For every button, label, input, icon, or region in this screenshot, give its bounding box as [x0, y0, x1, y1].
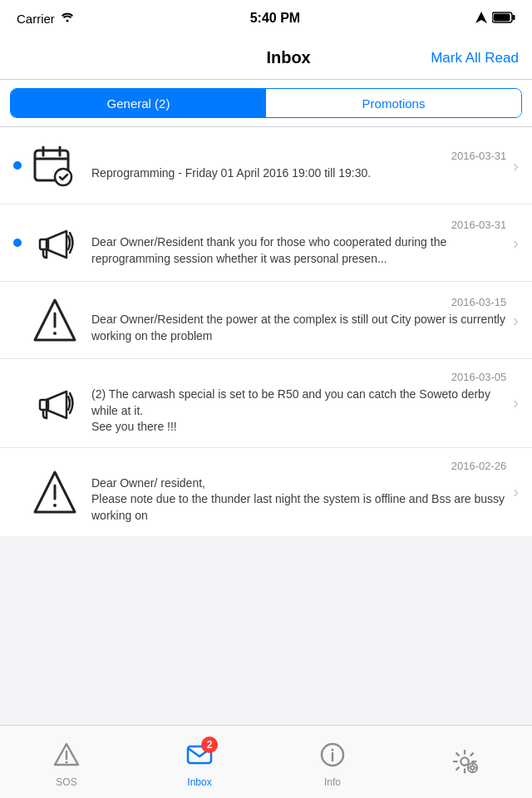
tab-label-inbox: Inbox	[187, 776, 211, 788]
svg-point-17	[53, 504, 57, 507]
warning-icon	[48, 736, 85, 773]
nav-bar: Inbox Mark All Read	[0, 37, 532, 80]
message-date: 2016-03-15	[451, 296, 507, 308]
message-content: 2016-03-31Dear Owner/Resident thank you …	[91, 219, 506, 267]
chevron-right-icon: ›	[513, 393, 519, 412]
message-date: 2016-03-31	[451, 150, 507, 162]
read-dot	[13, 316, 22, 324]
chevron-right-icon: ›	[513, 156, 519, 175]
message-icon-lightning	[28, 293, 81, 347]
message-item[interactable]: 2016-03-31Reprogramming - Friday 01 Apri…	[0, 127, 532, 204]
message-content: 2016-03-15Dear Owner/Resident the power …	[91, 296, 506, 344]
tab-label-sos: SOS	[56, 776, 76, 788]
tab-label-info: Info	[324, 776, 341, 788]
message-text: Dear Owner/Resident the power at the com…	[91, 312, 506, 344]
message-text: Dear Owner/Resident thank you for those …	[91, 234, 506, 267]
message-item[interactable]: 2016-02-26Dear Owner/ resident, Please n…	[0, 448, 532, 536]
tab-bar: SOS 2Inbox Info	[0, 725, 532, 798]
message-text: Dear Owner/ resident, Please note due to…	[91, 475, 506, 525]
message-date: 2016-03-05	[451, 371, 507, 383]
tab-settings[interactable]	[399, 744, 532, 781]
svg-point-9	[55, 169, 71, 185]
nav-title: Inbox	[266, 48, 310, 67]
message-list: 2016-03-31Reprogramming - Friday 01 Apri…	[0, 127, 532, 536]
status-left: Carrier	[17, 12, 75, 26]
message-icon-megaphone	[28, 377, 81, 430]
status-right	[475, 12, 515, 26]
message-item[interactable]: 2016-03-31Dear Owner/Resident thank you …	[0, 204, 532, 282]
mail-icon: 2	[181, 736, 218, 773]
read-dot	[13, 399, 22, 407]
read-dot	[13, 488, 22, 496]
svg-rect-4	[494, 13, 510, 21]
message-icon-calendar	[28, 139, 81, 192]
segment-general[interactable]: General (2)	[11, 89, 266, 117]
tab-sos[interactable]: SOS	[0, 736, 133, 788]
mark-all-read-button[interactable]: Mark All Read	[431, 50, 519, 66]
message-content: 2016-03-31Reprogramming - Friday 01 Apri…	[91, 150, 506, 182]
svg-point-13	[53, 332, 57, 335]
message-icon-lightning	[28, 466, 81, 519]
segment-inner: General (2) Promotions	[10, 88, 522, 118]
tab-info[interactable]: Info	[266, 736, 399, 788]
message-content: 2016-03-05(2) The carwash special is set…	[91, 371, 506, 436]
message-text: Reprogramming - Friday 01 April 2016 19:…	[91, 165, 506, 182]
status-bar: Carrier 5:40 PM	[0, 0, 532, 37]
message-content: 2016-02-26Dear Owner/ resident, Please n…	[91, 460, 506, 525]
svg-marker-1	[475, 12, 487, 23]
unread-dot	[13, 161, 22, 170]
message-date: 2016-02-26	[451, 460, 507, 472]
svg-point-24	[332, 748, 334, 751]
location-icon	[475, 12, 487, 26]
message-date: 2016-03-31	[451, 219, 507, 231]
chevron-right-icon: ›	[513, 482, 519, 501]
unread-dot	[13, 239, 22, 247]
message-icon-megaphone	[28, 216, 81, 269]
chevron-right-icon: ›	[513, 311, 519, 330]
segment-promotions[interactable]: Promotions	[266, 89, 521, 117]
wifi-icon	[60, 12, 75, 26]
svg-rect-3	[513, 15, 515, 20]
tab-inbox[interactable]: 2Inbox	[133, 736, 266, 788]
svg-point-25	[461, 757, 468, 765]
message-text: (2) The carwash special is set to be R50…	[91, 387, 506, 436]
chevron-right-icon: ›	[513, 234, 519, 253]
gear-icon	[447, 744, 484, 781]
info-icon	[314, 736, 351, 773]
carrier-label: Carrier	[17, 12, 55, 26]
svg-point-20	[66, 761, 68, 763]
svg-point-0	[66, 19, 68, 22]
time-label: 5:40 PM	[250, 11, 300, 26]
battery-icon	[492, 12, 515, 26]
segment-control: General (2) Promotions	[0, 80, 532, 127]
tab-badge: 2	[201, 736, 218, 753]
message-item[interactable]: 2016-03-05(2) The carwash special is set…	[0, 359, 532, 448]
message-item[interactable]: 2016-03-15Dear Owner/Resident the power …	[0, 282, 532, 359]
